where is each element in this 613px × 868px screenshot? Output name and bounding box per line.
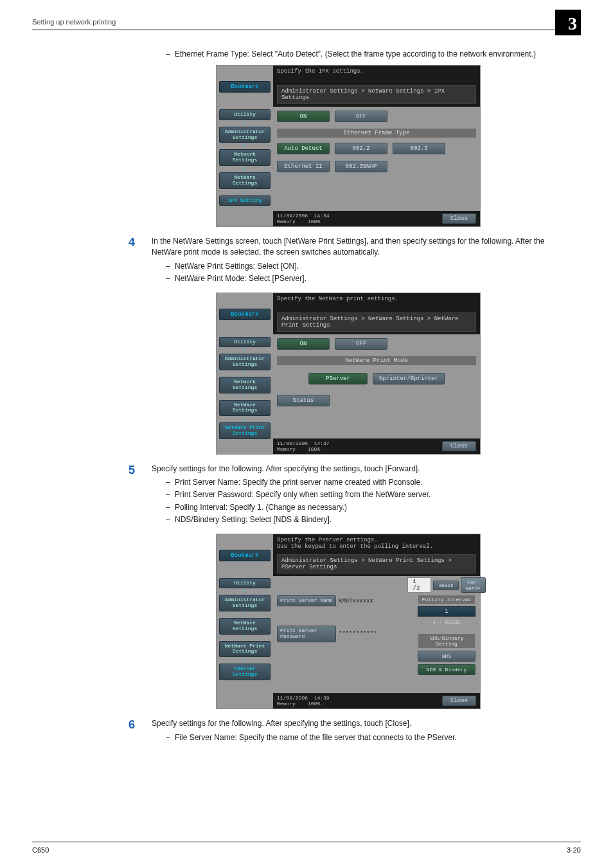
panel-instruction: Specify the NetWare print settings. <box>273 293 480 311</box>
nds-button[interactable]: NDS <box>418 651 475 662</box>
crumb-admin-settings[interactable]: Administrator Settings <box>219 354 271 370</box>
print-server-password-button[interactable]: Print Server Password <box>277 626 336 642</box>
section-header: NetWare Print Mode <box>277 356 476 365</box>
close-button[interactable]: Close <box>442 213 476 224</box>
crumb-netware-settings[interactable]: NetWare Settings <box>219 400 271 417</box>
crumb-arrow-icon: ↓ <box>219 635 271 640</box>
step4-bullet-2: NetWare Print Mode: Select [PServer]. <box>166 273 568 284</box>
panel-breadcrumb: Administrator Settings > NetWare Setting… <box>277 85 476 104</box>
crumb-network-settings[interactable]: Network Settings <box>219 377 271 393</box>
crumb-arrow-icon: ↓ <box>219 143 271 148</box>
crumb-arrow-icon: ↓ <box>219 347 271 352</box>
crumb-admin-settings[interactable]: Administrator Settings <box>219 127 271 143</box>
polling-interval-value[interactable]: 1 <box>418 606 475 617</box>
step-number: 5 <box>129 464 152 478</box>
intro-bullet: Ethernet Frame Type: Select "Auto Detect… <box>166 50 568 59</box>
step-text: In the NetWare Settings screen, touch [N… <box>152 236 568 258</box>
back-button[interactable]: ◂Back <box>433 581 459 590</box>
pserver-button[interactable]: PServer <box>308 373 368 384</box>
page-count: 1 /2 <box>407 577 431 593</box>
crumb-admin-settings[interactable]: Administrator Settings <box>219 595 271 611</box>
crumb-utility[interactable]: Utility <box>219 337 271 348</box>
on-button[interactable]: ON <box>277 338 330 350</box>
crumb-netware-settings[interactable]: NetWare Settings <box>219 618 271 635</box>
crumb-netware-print-settings[interactable]: NetWare Print Settings <box>219 422 271 439</box>
off-button[interactable]: OFF <box>335 338 387 350</box>
panel-breadcrumb: Administrator Settings > NetWare Print S… <box>277 554 476 574</box>
screenshot-pserver-settings: Bookmark Utility ↓ Administrator Setting… <box>216 534 481 710</box>
polling-interval-range: 1 - 65535 <box>432 619 460 625</box>
step-text: Specify settings for the following. Afte… <box>152 718 568 729</box>
status-button[interactable]: Status <box>277 395 330 406</box>
footer-info: 11/09/2006 14:34 Memory 100% <box>277 213 330 224</box>
step5-bullet-2: Print Server Password: Specify only when… <box>166 489 568 500</box>
auto-detect-button[interactable]: Auto Detect <box>277 143 330 154</box>
step5-bullet-3: Polling Interval: Specify 1. (Change as … <box>166 502 568 513</box>
panel-instruction: Specify the Pserver settings.Use the key… <box>273 534 480 554</box>
footer-right: 3-20 <box>567 846 581 854</box>
crumb-pserver-settings[interactable]: PServer Settings <box>219 664 271 680</box>
crumb-arrow-icon: ↓ <box>219 189 271 194</box>
bookmark-button[interactable]: Bookmark <box>219 550 271 561</box>
step-number: 6 <box>129 718 152 732</box>
crumb-netware-print-settings[interactable]: NetWare Print Settings <box>219 641 271 658</box>
crumb-arrow-icon: ↓ <box>219 416 271 421</box>
nds-bindery-button[interactable]: NDS & Bindery <box>418 664 475 675</box>
polling-interval-header: Polling Interval <box>418 595 475 604</box>
section-header: Ethernet Frame Type <box>277 129 476 138</box>
step6-bullet-1: File Server Name: Specify the name of th… <box>166 732 568 743</box>
crumb-network-settings[interactable]: Network Settings <box>219 149 271 166</box>
bookmark-button[interactable]: Bookmark <box>219 81 271 93</box>
header-rule <box>32 30 581 30</box>
crumb-utility[interactable]: Utility <box>219 578 271 589</box>
print-server-name-value: KMBTxxxxxx <box>339 598 373 604</box>
step-number: 4 <box>129 236 152 250</box>
chapter-number-badge: 3 <box>555 10 581 35</box>
ethernet2-button[interactable]: Ethernet II <box>277 161 330 172</box>
step5-bullet-1: Print Server Name: Specify the print ser… <box>166 477 568 488</box>
off-button[interactable]: OFF <box>335 111 387 122</box>
crumb-arrow-icon: ↓ <box>219 370 271 375</box>
crumb-arrow-icon: ↓ <box>219 393 271 399</box>
crumb-arrow-icon: ↓ <box>219 120 271 125</box>
crumb-ipx-setting[interactable]: IPX Setting <box>219 195 271 206</box>
b8023snap-button[interactable]: 802.3SNAP <box>335 161 387 172</box>
close-button[interactable]: Close <box>442 696 476 706</box>
step5-bullet-4: NDS/Bindery Setting: Select [NDS & Binde… <box>166 514 568 525</box>
crumb-arrow-icon: ↓ <box>219 611 271 617</box>
bookmark-button[interactable]: Bookmark <box>219 309 271 320</box>
footer-left: C650 <box>32 846 49 854</box>
screenshot-netware-print-settings: Bookmark Utility ↓ Administrator Setting… <box>216 293 481 455</box>
b8022-button[interactable]: 802.2 <box>335 143 387 154</box>
nds-bindery-header: NDS/Bindery Setting <box>418 634 475 648</box>
nprinter-button[interactable]: Nprinter/Rprinter <box>373 373 445 384</box>
running-head: Setting up network printing <box>32 18 581 26</box>
close-button[interactable]: Close <box>442 441 476 451</box>
print-server-password-value: *********** <box>339 631 377 637</box>
b8023-button[interactable]: 802.3 <box>393 143 445 154</box>
footer-info: 11/09/2006 14:39 Memory 100% <box>277 695 330 707</box>
forward-button[interactable]: For- ward▸ <box>461 577 486 593</box>
panel-instruction: Specify the IPX settings. <box>273 66 480 84</box>
footer-info: 11/09/2006 14:37 Memory 100% <box>277 440 330 452</box>
screenshot-ipx-settings: Bookmark Utility ↓ Administrator Setting… <box>216 65 481 227</box>
step4-bullet-1: NetWare Print Settings: Select [ON]. <box>166 261 568 272</box>
step-text: Specify settings for the following. Afte… <box>152 464 568 475</box>
crumb-arrow-icon: ↓ <box>219 657 271 662</box>
print-server-name-button[interactable]: Print Server Name <box>277 595 336 606</box>
crumb-arrow-icon: ↓ <box>219 588 271 593</box>
crumb-arrow-icon: ↓ <box>219 166 271 171</box>
panel-breadcrumb: Administrator Settings > NetWare Setting… <box>277 312 476 332</box>
on-button[interactable]: ON <box>277 111 330 122</box>
crumb-netware-settings[interactable]: NetWare Settings <box>219 172 271 189</box>
crumb-utility[interactable]: Utility <box>219 109 271 120</box>
